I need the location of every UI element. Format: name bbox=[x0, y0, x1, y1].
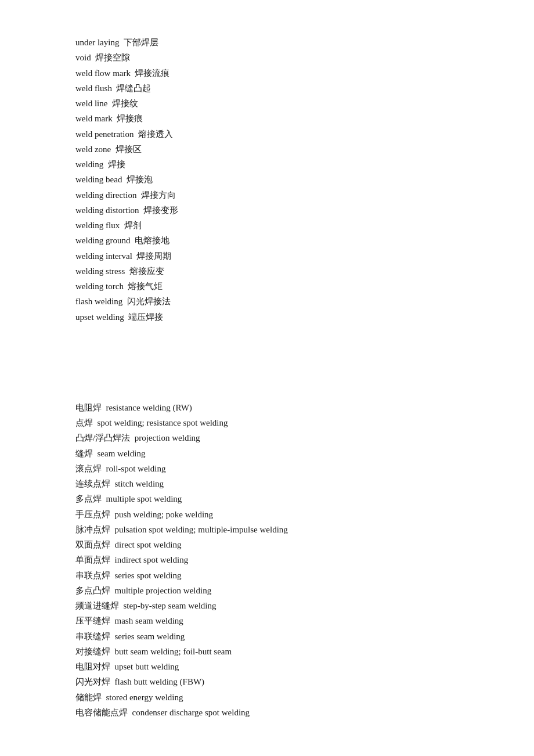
term-line: welding 焊接 bbox=[75, 157, 488, 172]
term-line: welding flux 焊剂 bbox=[75, 218, 488, 233]
term-line: 凸焊/浮凸焊法 projection welding bbox=[75, 430, 488, 445]
term-line: 脉冲点焊 pulsation spot welding; multiple-im… bbox=[75, 522, 488, 537]
term-line: upset welding 端压焊接 bbox=[75, 309, 488, 325]
term-line: 多点凸焊 multiple projection welding bbox=[75, 583, 488, 598]
term-line: weld mark 焊接痕 bbox=[75, 111, 488, 126]
spacer2 bbox=[75, 365, 488, 400]
term-line: 对接缝焊 butt seam welding; foil-butt seam bbox=[75, 644, 488, 659]
term-line: void 焊接空隙 bbox=[75, 50, 488, 65]
term-line: under laying 下部焊层 bbox=[75, 35, 488, 50]
term-line: weld line 焊接纹 bbox=[75, 96, 488, 111]
spacer1 bbox=[75, 330, 488, 365]
term-line: 闪光对焊 flash butt welding (FBW) bbox=[75, 674, 488, 689]
term-line: 点焊 spot welding; resistance spot welding bbox=[75, 415, 488, 430]
term-line: welding interval 焊接周期 bbox=[75, 249, 488, 264]
term-line: weld zone 焊接区 bbox=[75, 142, 488, 157]
term-line: 串联点焊 series spot welding bbox=[75, 568, 488, 583]
term-line: weld flow mark 焊接流痕 bbox=[75, 66, 488, 81]
term-line: 电阻对焊 upset butt welding bbox=[75, 659, 488, 674]
term-line: 串联缝焊 series seam welding bbox=[75, 629, 488, 644]
term-line: 电容储能点焊 condenser discharge spot welding bbox=[75, 705, 488, 720]
term-line: welding torch 熔接气炬 bbox=[75, 279, 488, 294]
term-line: welding bead 焊接泡 bbox=[75, 172, 488, 187]
section2: 电阻焊 resistance welding (RW)点焊 spot weldi… bbox=[75, 400, 488, 720]
term-line: flash welding 闪光焊接法 bbox=[75, 294, 488, 309]
term-line: 连续点焊 stitch welding bbox=[75, 476, 488, 491]
section1: under laying 下部焊层void 焊接空隙weld flow mark… bbox=[75, 35, 488, 325]
term-line: 手压点焊 push welding; poke welding bbox=[75, 507, 488, 522]
term-line: 单面点焊 indirect spot welding bbox=[75, 552, 488, 567]
term-line: welding stress 熔接应变 bbox=[75, 264, 488, 279]
term-line: 压平缝焊 mash seam welding bbox=[75, 613, 488, 628]
term-line: 储能焊 stored energy welding bbox=[75, 690, 488, 705]
term-line: 多点焊 multiple spot welding bbox=[75, 491, 488, 506]
term-line: 频道进缝焊 step-by-step seam welding bbox=[75, 598, 488, 613]
term-line: weld penetration 熔接透入 bbox=[75, 127, 488, 142]
term-line: welding distortion 焊接变形 bbox=[75, 203, 488, 218]
term-line: weld flush 焊缝凸起 bbox=[75, 81, 488, 96]
term-line: 缝焊 seam welding bbox=[75, 446, 488, 461]
term-line: 电阻焊 resistance welding (RW) bbox=[75, 400, 488, 415]
term-line: welding direction 焊接方向 bbox=[75, 188, 488, 203]
term-line: 滚点焊 roll-spot welding bbox=[75, 461, 488, 476]
term-line: welding ground 电熔接地 bbox=[75, 233, 488, 248]
term-line: 双面点焊 direct spot welding bbox=[75, 537, 488, 552]
